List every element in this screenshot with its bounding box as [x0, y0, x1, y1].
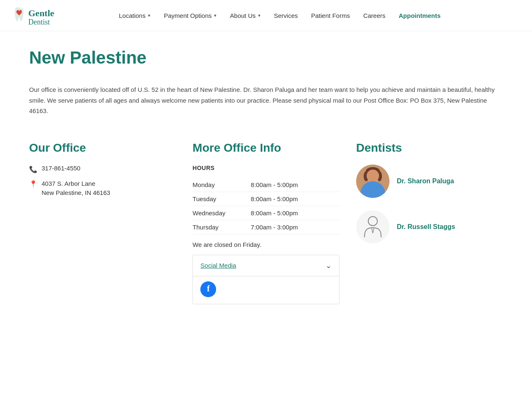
- hours-row: Tuesday8:00am - 5:00pm: [192, 192, 339, 206]
- nav-item-patient-forms[interactable]: Patient Forms: [305, 9, 357, 22]
- nav-label-appointments: Appointments: [399, 12, 441, 19]
- facebook-f-letter: f: [207, 284, 210, 293]
- svg-text:Gentle: Gentle: [28, 8, 54, 18]
- hours-table: Monday8:00am - 5:00pmTuesday8:00am - 5:0…: [192, 178, 339, 234]
- nav-link-payment[interactable]: Payment Options ▾: [157, 9, 223, 22]
- more-office-info-column: More Office Info HOURS Monday8:00am - 5:…: [192, 141, 339, 304]
- facebook-icon[interactable]: f: [200, 281, 216, 297]
- svg-point-9: [374, 175, 376, 176]
- nav-link-appointments[interactable]: Appointments: [392, 9, 447, 22]
- site-logo[interactable]: Gentle Dentist: [8, 3, 100, 28]
- nav-label-patient-forms: Patient Forms: [311, 12, 350, 19]
- location-icon: 📍: [29, 180, 37, 188]
- social-media-title: Social Media: [200, 262, 236, 269]
- office-address: 4037 S. Arbor Lane New Palestine, IN 461…: [42, 179, 110, 198]
- phone-icon: 📞: [29, 165, 37, 173]
- avatar-russell: [356, 210, 389, 244]
- dentist-name-russell[interactable]: Dr. Russell Staggs: [397, 223, 456, 231]
- chevron-down-icon: ⌄: [325, 261, 332, 270]
- dentists-heading: Dentists: [356, 141, 503, 155]
- hours-time: 8:00am - 5:00pm: [251, 206, 339, 220]
- nav-item-appointments[interactable]: Appointments: [392, 9, 447, 22]
- hours-time: 8:00am - 5:00pm: [251, 178, 339, 192]
- chevron-down-icon: ▾: [148, 13, 150, 18]
- chevron-down-icon: ▾: [258, 13, 261, 18]
- address-line1: 4037 S. Arbor Lane: [42, 179, 110, 189]
- nav-label-about: About Us: [230, 12, 256, 19]
- our-office-column: Our Office 📞 317-861-4550 📍 4037 S. Arbo…: [29, 141, 176, 198]
- nav-label-payment: Payment Options: [164, 12, 212, 19]
- dentists-column: Dentists: [356, 141, 503, 244]
- nav-label-locations: Locations: [119, 12, 145, 19]
- dentist-list: Dr. Sharon Paluga Dr. Russell Sta: [356, 165, 503, 244]
- hours-label: HOURS: [192, 165, 339, 171]
- nav-link-about[interactable]: About Us ▾: [223, 9, 267, 22]
- avatar-sharon: [356, 165, 389, 198]
- social-media-body: f: [193, 276, 339, 304]
- office-phone-row: 📞 317-861-4550: [29, 165, 176, 173]
- address-line2: New Palestine, IN 46163: [42, 188, 110, 198]
- svg-text:Dentist: Dentist: [28, 18, 50, 26]
- nav-link-services[interactable]: Services: [267, 9, 305, 22]
- dentist-name-sharon[interactable]: Dr. Sharon Paluga: [397, 177, 454, 185]
- nav-link-locations[interactable]: Locations ▾: [112, 9, 157, 22]
- nav-item-locations[interactable]: Locations ▾: [112, 9, 157, 22]
- hours-day: Tuesday: [192, 192, 251, 206]
- our-office-heading: Our Office: [29, 141, 176, 155]
- hours-day: Wednesday: [192, 206, 251, 220]
- nav-item-about[interactable]: About Us ▾: [223, 9, 267, 22]
- social-media-header[interactable]: Social Media ⌄: [193, 255, 339, 276]
- dentist-item-russell: Dr. Russell Staggs: [356, 210, 503, 244]
- hours-time: 7:00am - 3:00pm: [251, 220, 339, 234]
- office-address-row: 📍 4037 S. Arbor Lane New Palestine, IN 4…: [29, 179, 176, 198]
- nav-link-patient-forms[interactable]: Patient Forms: [305, 9, 357, 22]
- hours-time: 8:00am - 5:00pm: [251, 192, 339, 206]
- svg-point-4: [366, 167, 380, 175]
- nav-label-careers: Careers: [363, 12, 385, 19]
- main-content: New Palestine Our office is conveniently…: [17, 31, 515, 329]
- nav-item-services[interactable]: Services: [267, 9, 305, 22]
- svg-point-3: [366, 170, 379, 183]
- svg-point-2: [356, 165, 389, 198]
- hours-day: Monday: [192, 178, 251, 192]
- chevron-down-icon: ▾: [214, 13, 217, 18]
- social-media-accordion: Social Media ⌄ f: [192, 255, 339, 304]
- svg-point-8: [369, 175, 371, 176]
- hours-day: Thursday: [192, 220, 251, 234]
- hours-row: Monday8:00am - 5:00pm: [192, 178, 339, 192]
- navigation: Gentle Dentist Locations ▾ Payment Optio…: [0, 0, 532, 31]
- nav-item-payment[interactable]: Payment Options ▾: [157, 9, 223, 22]
- nav-menu: Locations ▾ Payment Options ▾ About Us ▾…: [112, 9, 447, 22]
- svg-point-10: [368, 217, 377, 226]
- svg-point-6: [364, 171, 369, 181]
- hours-row: Wednesday8:00am - 5:00pm: [192, 206, 339, 220]
- more-office-info-heading: More Office Info: [192, 141, 339, 155]
- nav-item-careers[interactable]: Careers: [357, 9, 392, 22]
- page-title: New Palestine: [29, 48, 503, 68]
- svg-point-5: [363, 185, 383, 198]
- nav-link-careers[interactable]: Careers: [357, 9, 392, 22]
- info-columns: Our Office 📞 317-861-4550 📍 4037 S. Arbo…: [29, 141, 503, 304]
- closed-note: We are closed on Friday.: [192, 241, 339, 248]
- office-phone[interactable]: 317-861-4550: [42, 165, 80, 172]
- dentist-item-sharon: Dr. Sharon Paluga: [356, 165, 503, 198]
- hours-row: Thursday7:00am - 3:00pm: [192, 220, 339, 234]
- svg-point-7: [377, 171, 382, 181]
- nav-label-services: Services: [274, 12, 298, 19]
- office-info: 📞 317-861-4550 📍 4037 S. Arbor Lane New …: [29, 165, 176, 198]
- page-description: Our office is conveniently located off o…: [29, 84, 503, 116]
